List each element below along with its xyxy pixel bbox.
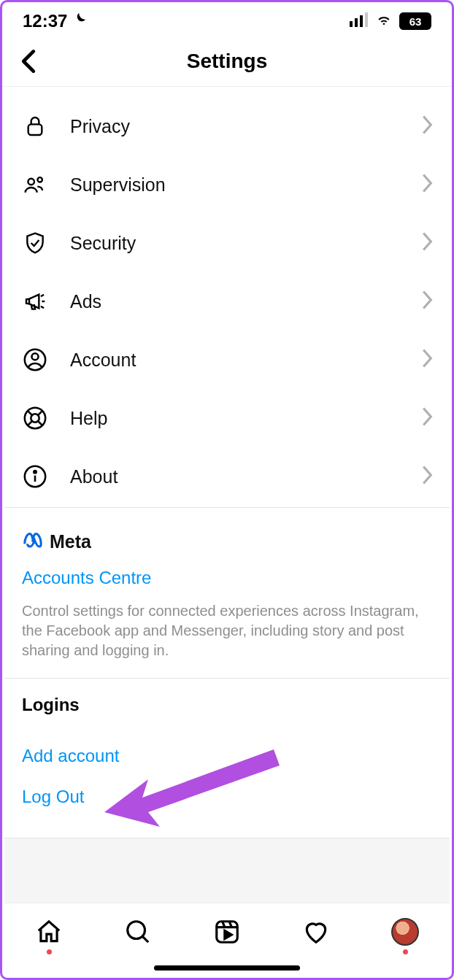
svg-line-14: [28, 411, 32, 415]
back-button[interactable]: [11, 44, 46, 79]
tab-reels[interactable]: [209, 914, 245, 950]
svg-line-17: [38, 421, 42, 425]
svg-rect-1: [355, 18, 358, 27]
home-indicator[interactable]: [154, 965, 300, 971]
status-bar: 12:37 63: [2, 2, 452, 36]
logins-title: Logins: [22, 695, 432, 715]
chevron-right-icon: [422, 349, 434, 371]
settings-row-label: Privacy: [70, 116, 401, 137]
svg-line-7: [41, 295, 44, 297]
settings-row-label: Security: [70, 233, 401, 254]
svg-rect-4: [28, 124, 42, 135]
settings-row-label: Help: [70, 408, 401, 429]
chevron-right-icon: [422, 115, 434, 137]
empty-space: [4, 838, 450, 903]
header: Settings: [2, 36, 452, 87]
svg-point-5: [28, 179, 34, 185]
settings-row-label: Ads: [70, 291, 401, 312]
settings-row-help[interactable]: Help: [4, 389, 450, 447]
chevron-right-icon: [422, 174, 434, 196]
meta-brand-label: Meta: [50, 531, 91, 552]
tab-home[interactable]: [31, 914, 67, 950]
megaphone-icon: [20, 287, 50, 316]
meta-brand: Meta: [22, 528, 432, 555]
status-time: 12:37: [23, 11, 67, 31]
chevron-right-icon: [422, 232, 434, 254]
meta-description: Control settings for connected experienc…: [22, 601, 432, 660]
logins-section: Logins Add account Log Out: [4, 679, 450, 838]
settings-row-about[interactable]: About: [4, 447, 450, 506]
accounts-centre-link[interactable]: Accounts Centre: [22, 568, 432, 588]
svg-rect-2: [360, 15, 363, 27]
settings-row-label: Account: [70, 350, 401, 371]
svg-line-16: [28, 421, 32, 425]
svg-point-6: [37, 177, 42, 182]
battery-icon: 63: [399, 12, 431, 30]
wifi-icon: [374, 11, 393, 31]
meta-logo-icon: [22, 528, 44, 555]
svg-point-11: [31, 353, 38, 360]
lock-icon: [20, 112, 50, 141]
user-circle-icon: [20, 345, 50, 374]
svg-point-12: [25, 408, 45, 428]
svg-rect-3: [365, 12, 368, 27]
tab-activity[interactable]: [298, 914, 334, 950]
settings-row-privacy[interactable]: Privacy: [4, 97, 450, 155]
add-account-link[interactable]: Add account: [22, 736, 432, 776]
chevron-right-icon: [422, 466, 434, 487]
settings-row-label: About: [70, 466, 401, 487]
svg-marker-28: [225, 930, 232, 938]
shield-icon: [20, 228, 50, 258]
svg-rect-0: [350, 21, 353, 27]
tab-bar: [4, 903, 450, 976]
tab-profile[interactable]: [387, 914, 423, 950]
avatar: [391, 918, 419, 946]
settings-row-security[interactable]: Security: [4, 214, 450, 272]
settings-list: Privacy Supervision Security: [4, 90, 450, 507]
moon-icon: [72, 11, 88, 31]
svg-line-9: [41, 306, 44, 309]
page-title: Settings: [187, 50, 267, 73]
settings-row-ads[interactable]: Ads: [4, 272, 450, 331]
chevron-right-icon: [422, 407, 434, 429]
info-icon: [20, 462, 50, 491]
svg-point-22: [128, 922, 145, 939]
chevron-right-icon: [422, 290, 434, 312]
svg-line-15: [38, 411, 42, 415]
settings-row-account[interactable]: Account: [4, 331, 450, 389]
svg-point-19: [34, 471, 36, 473]
people-icon: [20, 170, 50, 199]
notification-dot: [403, 949, 408, 954]
meta-section: Meta Accounts Centre Control settings fo…: [4, 508, 450, 679]
lifebuoy-icon: [20, 404, 50, 433]
svg-point-13: [31, 414, 39, 422]
settings-row-label: Supervision: [70, 174, 401, 196]
tab-search[interactable]: [120, 914, 156, 950]
logout-link[interactable]: Log Out: [22, 776, 432, 817]
notification-dot: [47, 949, 52, 954]
cellular-icon: [350, 11, 369, 31]
svg-line-23: [142, 936, 148, 942]
settings-row-supervision[interactable]: Supervision: [4, 155, 450, 214]
